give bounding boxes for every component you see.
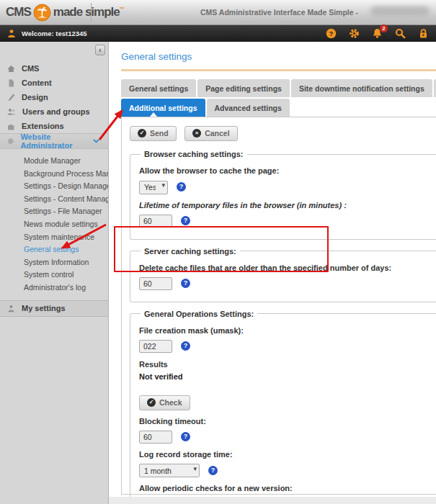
user-bar-icons: ? 2: [326, 28, 429, 39]
sidebar-item-label: CMS: [22, 64, 39, 73]
cancel-button[interactable]: ×Cancel: [184, 126, 237, 141]
sidebar-item-label: Content: [22, 78, 52, 87]
person-icon: [7, 305, 15, 312]
help-icon[interactable]: ?: [326, 28, 337, 39]
sidebar-item-cms[interactable]: CMS: [0, 61, 108, 76]
submenu-item-administrators-log[interactable]: Administrator's log: [0, 282, 108, 294]
header-divider: [91, 3, 92, 22]
sidebar-item-label: Website Administrator: [20, 132, 86, 150]
results-value: Not verified: [139, 372, 436, 381]
help-icon[interactable]: ?: [181, 341, 190, 351]
general-operations-fieldset: General Operations Settings: File creati…: [130, 310, 436, 504]
sidebar-item-website-administrator[interactable]: Website Administrator: [0, 133, 108, 149]
send-button[interactable]: ✓Send: [130, 126, 177, 141]
sidebar-item-label: Users and groups: [22, 107, 90, 116]
bottom-strip: [109, 497, 436, 504]
sidebar-nav: CMS Content Design Users and groups Exte…: [0, 42, 108, 317]
tab-advanced-settings[interactable]: Advanced settings: [207, 99, 290, 117]
help-icon[interactable]: ?: [177, 182, 186, 192]
tab-row-2: Additional settings Advanced settings: [121, 99, 436, 117]
search-icon[interactable]: [395, 28, 406, 39]
x-circle-icon: ×: [192, 129, 201, 138]
lock-icon[interactable]: [418, 28, 429, 39]
submenu-item-settings-design-manager[interactable]: Settings - Design Manager: [0, 180, 108, 193]
submenu-item-system-control[interactable]: System control: [0, 269, 108, 282]
lifetime-temporary-files-input[interactable]: [139, 215, 172, 228]
help-icon[interactable]: ?: [208, 466, 218, 475]
user-bar: Welcome: test12345 ? 2: [0, 25, 436, 42]
allow-browser-cache-label: Allow the browser to cache the page:: [139, 166, 436, 175]
submenu-item-settings-content-manager[interactable]: Settings - Content Manager: [0, 193, 108, 206]
server-caching-fieldset: Server caching settings: Delete cache fi…: [130, 247, 436, 302]
tab-additional-settings[interactable]: Additional settings: [121, 99, 205, 117]
trademark-symbol: ™: [120, 6, 124, 12]
submenu-item-system-maintenance[interactable]: System maintenance: [0, 231, 108, 244]
results-label: Results: [139, 360, 436, 369]
sidebar-item-label: My settings: [22, 304, 66, 312]
help-icon[interactable]: ?: [181, 216, 190, 225]
blocking-timeout-label: Blocking timeout:: [139, 417, 436, 426]
sidebar-item-design[interactable]: Design: [0, 90, 108, 104]
top-header: CMS made simple™ CMS Administrative Inte…: [0, 0, 436, 25]
file-creation-mask-label: File creation mask (umask):: [139, 326, 436, 335]
tab-site-downtime-notification-settings[interactable]: Site downtime notification settings: [291, 79, 432, 97]
page: CMS made simple™ CMS Administrative Inte…: [0, 0, 436, 504]
server-caching-legend: Server caching settings:: [141, 247, 240, 256]
submenu-item-general-settings[interactable]: General settings: [0, 243, 108, 256]
submenu-item-news-module-settings[interactable]: News module settings: [0, 218, 108, 231]
browser-caching-legend: Browser caching settings:: [141, 150, 247, 158]
layout: ‹ CMS Content Design Users and groups: [0, 42, 436, 504]
admin-interface-title: CMS Administrative Interface Made Simple…: [200, 8, 358, 17]
document-icon: [7, 79, 15, 87]
puzzle-icon: [7, 122, 15, 130]
website-administrator-submenu: Module Manager Background Process Manage…: [0, 149, 108, 297]
blocking-timeout-input[interactable]: [139, 431, 172, 444]
tab-general-settings[interactable]: General settings: [121, 79, 196, 97]
notification-count-badge: 2: [380, 24, 388, 32]
log-record-storage-time-label: Log record storage time:: [139, 450, 436, 459]
periodic-checks-label: Allow periodic checks for a new version:: [139, 484, 436, 492]
sidebar-collapse-button[interactable]: ‹: [95, 45, 105, 55]
settings-tabs: General settings Page editing settings S…: [121, 79, 436, 117]
submenu-item-system-information[interactable]: System Information: [0, 256, 108, 269]
check-circle-icon: ✓: [147, 398, 156, 407]
palm-tree-logo-icon: [33, 4, 51, 22]
submenu-item-settings-file-manager[interactable]: Settings - File Manager: [0, 205, 108, 218]
svg-text:?: ?: [329, 30, 334, 37]
general-operations-legend: General Operations Settings:: [141, 310, 257, 318]
gear-icon[interactable]: [349, 28, 360, 39]
design-icon: [7, 94, 15, 102]
help-icon[interactable]: ?: [181, 432, 190, 441]
title-rule: [121, 69, 436, 71]
cms-made-simple-logo: CMS made simple™: [6, 4, 124, 22]
sidebar-item-my-settings[interactable]: My settings: [0, 300, 108, 317]
home-icon: [7, 65, 15, 73]
sidebar: ‹ CMS Content Design Users and groups: [0, 42, 109, 504]
delete-cache-files-input[interactable]: [139, 277, 172, 290]
chevron-down-icon: [93, 139, 99, 143]
check-button[interactable]: ✓Check: [139, 395, 190, 410]
tab-panel: ✓Send ×Cancel Browser caching settings: …: [121, 117, 436, 495]
lifetime-temporary-files-label: Lifetime of temporary files in the brows…: [139, 201, 436, 210]
submenu-item-module-manager[interactable]: Module Manager: [0, 155, 108, 168]
file-creation-mask-input[interactable]: [139, 340, 172, 353]
gear-icon: [7, 137, 14, 145]
check-row: ✓Check: [139, 394, 436, 410]
tab-row-1: General settings Page editing settings S…: [121, 79, 436, 97]
help-icon[interactable]: ?: [181, 279, 190, 288]
welcome-text: Welcome: test12345: [22, 30, 87, 37]
allow-browser-cache-select[interactable]: Yes: [139, 181, 168, 194]
tab-page-editing-settings[interactable]: Page editing settings: [197, 79, 290, 97]
check-circle-icon: ✓: [138, 129, 146, 138]
sidebar-item-users-and-groups[interactable]: Users and groups: [0, 104, 108, 119]
users-icon: [7, 108, 16, 116]
log-record-storage-time-select[interactable]: 1 month: [139, 464, 200, 477]
logo-text-cms: CMS: [6, 5, 31, 19]
submenu-item-background-process-manager[interactable]: Background Process Manager: [0, 168, 108, 181]
sidebar-item-extensions[interactable]: Extensions: [0, 119, 108, 133]
redacted-site-name: [370, 6, 430, 17]
sidebar-item-label: Extensions: [22, 122, 64, 130]
browser-caching-fieldset: Browser caching settings: Allow the brow…: [130, 150, 436, 240]
sidebar-item-content[interactable]: Content: [0, 76, 108, 90]
notifications-bell-icon[interactable]: 2: [372, 28, 383, 39]
